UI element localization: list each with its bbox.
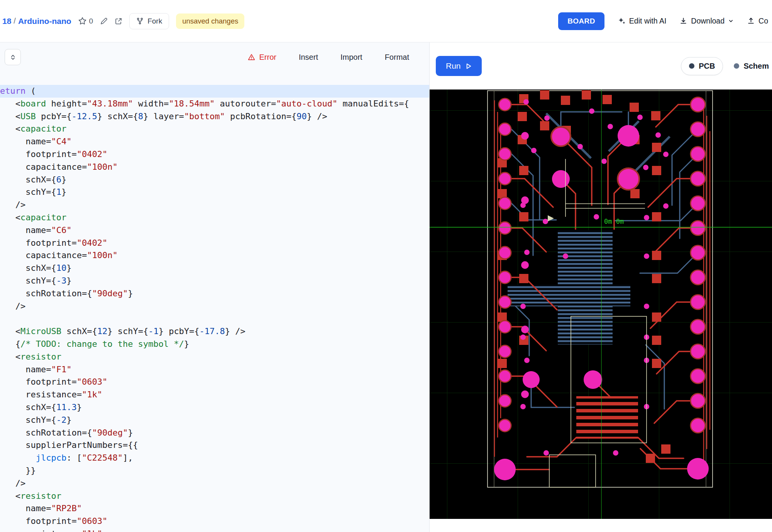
star-button[interactable]: 0: [78, 17, 93, 25]
code-line[interactable]: resistance="1k": [0, 528, 429, 532]
pcb-dot-icon: [689, 63, 694, 69]
preview-toolbar: Run PCB Schem: [430, 42, 772, 90]
code-line[interactable]: />: [0, 300, 429, 313]
star-count: 0: [89, 17, 93, 25]
code-line[interactable]: }}: [0, 464, 429, 477]
sparkles-icon: [618, 17, 626, 25]
preview-panel: Run PCB Schem: [430, 42, 772, 532]
code-line[interactable]: [0, 312, 429, 325]
run-label: Run: [446, 61, 461, 71]
code-line[interactable]: />: [0, 477, 429, 490]
code-line[interactable]: <resistor: [0, 490, 429, 503]
star-icon: [78, 17, 86, 25]
breadcrumb-project-name[interactable]: Arduino-nano: [18, 17, 71, 26]
code-line[interactable]: />: [0, 199, 429, 211]
code-line[interactable]: schY={1}: [0, 186, 429, 199]
code-line[interactable]: {/* TODO: change to the symbol */}: [0, 338, 429, 351]
schematic-dot-icon: [734, 63, 739, 69]
code-line[interactable]: name="C4": [0, 135, 429, 148]
download-button[interactable]: Download: [679, 17, 734, 25]
code-line[interactable]: <capacitor: [0, 211, 429, 224]
insert-label: Insert: [299, 53, 318, 62]
download-icon: [679, 17, 687, 25]
code-line[interactable]: schX={10}: [0, 262, 429, 275]
code-line[interactable]: capacitance="100n": [0, 161, 429, 174]
error-label: Error: [259, 53, 276, 62]
code-line[interactable]: <MicroUSB schX={12} schY={-1} pcbY={-17.…: [0, 325, 429, 338]
share-button[interactable]: [115, 17, 122, 25]
code-line[interactable]: <capacitor: [0, 123, 429, 135]
code-line[interactable]: schY={-2}: [0, 414, 429, 427]
code-line[interactable]: <board height="43.18mm" width="18.54mm" …: [0, 98, 429, 110]
breadcrumb-project-prefix[interactable]: 18: [2, 17, 11, 26]
code-line[interactable]: schX={6}: [0, 174, 429, 186]
code-line[interactable]: schY={-3}: [0, 275, 429, 287]
breadcrumb: 18 / Arduino-nano: [2, 17, 71, 26]
code-editor[interactable]: eturn ( <board height="43.18mm" width="1…: [0, 72, 429, 532]
breadcrumb-separator: /: [14, 17, 16, 25]
code-line[interactable]: resistance="1k": [0, 388, 429, 401]
view-toggle: PCB Schem: [681, 57, 770, 75]
import-label: Import: [340, 53, 362, 62]
unfold-icon: [10, 54, 16, 61]
run-button[interactable]: Run: [436, 56, 482, 76]
pcb-render: 0m 0m: [430, 90, 772, 519]
import-button[interactable]: Import: [340, 53, 362, 62]
format-label: Format: [385, 53, 409, 62]
share-icon: [115, 17, 122, 25]
code-line[interactable]: name="F1": [0, 363, 429, 376]
code-line[interactable]: schRotation={"90deg"}: [0, 287, 429, 300]
code-line[interactable]: eturn (: [0, 85, 429, 98]
code-line[interactable]: schX={11.3}: [0, 401, 429, 414]
cursor-position-label: 0m 0m: [604, 218, 624, 225]
tab-schematic-label: Schem: [743, 62, 769, 71]
code-line[interactable]: footprint="0603": [0, 376, 429, 388]
editor-expand-button[interactable]: [5, 49, 21, 65]
chevron-down-icon: [728, 18, 734, 24]
code-line[interactable]: jlcpcb: ["C22548"],: [0, 452, 429, 464]
code-line[interactable]: footprint="0402": [0, 237, 429, 250]
format-button[interactable]: Format: [385, 53, 409, 62]
editor-toolbar: Error Insert Import Format: [0, 42, 429, 72]
code-line[interactable]: footprint="0603": [0, 515, 429, 528]
copy-label: Co: [758, 17, 768, 25]
code-line[interactable]: name="RP2B": [0, 502, 429, 515]
copy-button[interactable]: Co: [747, 17, 768, 25]
code-line[interactable]: <resistor: [0, 351, 429, 363]
fork-button-label: Fork: [147, 17, 162, 25]
pcb-canvas[interactable]: 0m 0m: [430, 90, 772, 519]
fork-button[interactable]: Fork: [129, 13, 169, 29]
code-line[interactable]: <USB pcbY={-12.5} schX={8} layer="bottom…: [0, 110, 429, 123]
play-icon: [466, 63, 472, 69]
canvas-footer: [430, 519, 772, 532]
upload-icon: [747, 17, 755, 25]
code-line[interactable]: name="C6": [0, 224, 429, 237]
tab-pcb[interactable]: PCB: [681, 57, 723, 75]
edit-with-ai-button[interactable]: Edit with AI: [618, 17, 666, 25]
edit-with-ai-label: Edit with AI: [629, 17, 666, 25]
app-header: 18 / Arduino-nano 0 Fork unsaved changes…: [0, 0, 772, 42]
pencil-icon: [100, 17, 108, 25]
board-button[interactable]: BOARD: [558, 12, 604, 30]
tab-schematic[interactable]: Schem: [733, 57, 770, 75]
code-line[interactable]: supplierPartNumbers={{: [0, 439, 429, 452]
tab-pcb-label: PCB: [699, 62, 715, 71]
insert-button[interactable]: Insert: [299, 53, 318, 62]
unsaved-changes-badge: unsaved changes: [176, 14, 244, 29]
warning-icon: [247, 53, 256, 61]
rename-button[interactable]: [100, 17, 108, 25]
error-button[interactable]: Error: [247, 53, 276, 62]
code-line[interactable]: footprint="0402": [0, 148, 429, 161]
fork-icon: [136, 17, 144, 25]
code-line[interactable]: capacitance="100n": [0, 249, 429, 262]
download-label: Download: [691, 17, 725, 25]
code-line[interactable]: schRotation={"90deg"}: [0, 427, 429, 439]
editor-toolbar-actions: Error Insert Import Format: [247, 53, 409, 62]
code-editor-panel: Error Insert Import Format eturn ( <boar…: [0, 42, 430, 532]
